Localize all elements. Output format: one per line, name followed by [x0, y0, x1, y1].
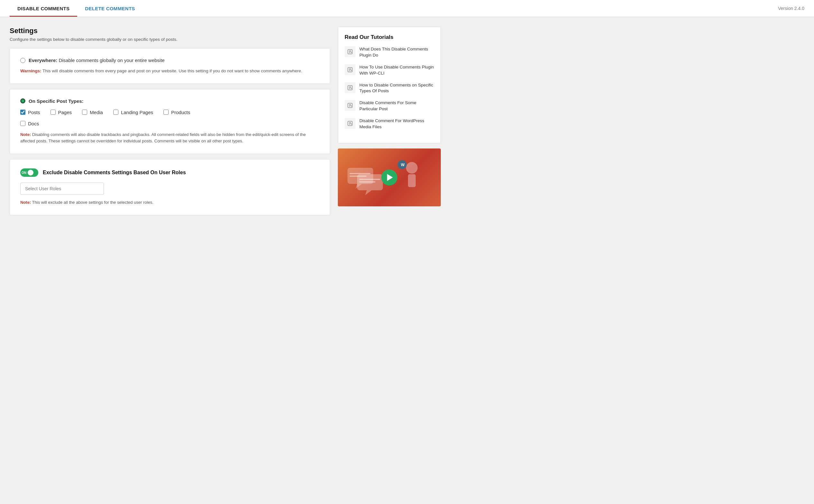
toggle-header: ON Exclude Disable Comments Settings Bas…: [20, 168, 320, 177]
tutorial-item-2[interactable]: How To Use Disable Comments Plugin With …: [345, 64, 434, 77]
post-type-docs: Docs: [20, 121, 39, 126]
everywhere-option-row: Everywhere: Disable comments globally on…: [20, 58, 320, 63]
everywhere-radio[interactable]: [20, 58, 25, 63]
note-label: Note:: [20, 132, 31, 137]
label-media[interactable]: Media: [90, 110, 103, 115]
tutorial-link-4: Disable Comments For Some Particular Pos…: [359, 100, 434, 112]
exclude-user-roles-card: ON Exclude Disable Comments Settings Bas…: [10, 159, 330, 215]
checkbox-pages[interactable]: [50, 110, 56, 115]
checkbox-posts[interactable]: [20, 110, 25, 115]
specific-option-row: On Specific Post Types:: [20, 98, 320, 104]
specific-post-types-card: On Specific Post Types: Posts Pages: [10, 89, 330, 154]
tutorial-icon-1: [345, 46, 356, 57]
post-types-row: Posts Pages Media Landing Pages: [20, 110, 320, 115]
right-sidebar: Read Our Tutorials What Does This Disabl…: [338, 27, 441, 221]
tab-disable-comments[interactable]: DISABLE COMMENTS: [10, 0, 77, 17]
specific-radio[interactable]: [20, 98, 25, 103]
svg-rect-25: [408, 174, 416, 187]
tutorial-icon-2: [345, 64, 356, 75]
post-type-media: Media: [82, 110, 103, 115]
note-text: Disabling comments will also disable tra…: [20, 132, 306, 144]
post-type-pages: Pages: [50, 110, 72, 115]
exclude-note-text: This will exclude all the above settings…: [32, 200, 153, 205]
post-type-landing-pages: Landing Pages: [113, 110, 153, 115]
tutorial-item-3[interactable]: How to Disable Comments on Specific Type…: [345, 82, 434, 95]
video-play-button[interactable]: [381, 169, 397, 185]
tutorial-link-1: What Does This Disable Comments Plugin D…: [359, 46, 434, 59]
exclude-title: Exclude Disable Comments Settings Based …: [43, 170, 186, 175]
label-pages[interactable]: Pages: [58, 110, 72, 115]
select-user-roles-input[interactable]: [20, 183, 104, 195]
left-panel: Settings Configure the settings below to…: [10, 27, 330, 221]
checkbox-media[interactable]: [82, 110, 87, 115]
label-landing-pages[interactable]: Landing Pages: [121, 110, 153, 115]
nav-tabs: DISABLE COMMENTS DELETE COMMENTS: [10, 0, 143, 17]
post-type-posts: Posts: [20, 110, 40, 115]
specific-note: Note: Disabling comments will also disab…: [20, 131, 320, 145]
page-wrapper: DISABLE COMMENTS DELETE COMMENTS Version…: [0, 0, 814, 504]
exclude-note-label: Note:: [20, 200, 31, 205]
post-type-products: Products: [163, 110, 190, 115]
svg-point-24: [406, 162, 418, 174]
tutorial-icon-5: [345, 118, 356, 129]
toggle-knob: [28, 170, 33, 175]
label-docs[interactable]: Docs: [28, 121, 39, 126]
tutorial-item-1[interactable]: What Does This Disable Comments Plugin D…: [345, 46, 434, 59]
settings-subtitle: Configure the settings below to disable …: [10, 37, 330, 42]
label-posts[interactable]: Posts: [28, 110, 40, 115]
settings-title: Settings: [10, 27, 330, 35]
exclude-note: Note: This will exclude all the above se…: [20, 199, 320, 206]
tab-delete-comments[interactable]: DELETE COMMENTS: [77, 0, 142, 17]
warning-text: This will disable comments from every pa…: [42, 68, 302, 73]
docs-row: Docs: [20, 121, 320, 126]
tutorials-title: Read Our Tutorials: [345, 34, 434, 41]
main-content: Settings Configure the settings below to…: [0, 17, 450, 230]
tutorial-icon-4: [345, 100, 356, 111]
tutorials-card: Read Our Tutorials What Does This Disabl…: [338, 27, 441, 143]
version-text: Version 2.4.0: [778, 6, 804, 11]
specific-label[interactable]: On Specific Post Types:: [29, 98, 84, 104]
tutorial-item-5[interactable]: Disable Comment For WordPress Media File…: [345, 118, 434, 130]
everywhere-warning: Warnings: This will disable comments fro…: [20, 67, 320, 75]
everywhere-card: Everywhere: Disable comments globally on…: [10, 48, 330, 84]
tutorial-link-2: How To Use Disable Comments Plugin With …: [359, 64, 434, 77]
svg-text:W: W: [401, 163, 405, 167]
svg-marker-23: [365, 190, 372, 195]
checkbox-landing-pages[interactable]: [113, 110, 118, 115]
tutorial-link-3: How to Disable Comments on Specific Type…: [359, 82, 434, 95]
tutorial-icon-3: [345, 82, 356, 93]
top-nav: DISABLE COMMENTS DELETE COMMENTS Version…: [0, 0, 814, 17]
checkbox-products[interactable]: [163, 110, 168, 115]
everywhere-label[interactable]: Everywhere: Disable comments globally on…: [29, 58, 165, 63]
checkbox-docs[interactable]: [20, 121, 25, 126]
toggle-switch[interactable]: ON: [20, 168, 38, 177]
label-products[interactable]: Products: [171, 110, 190, 115]
tutorial-item-4[interactable]: Disable Comments For Some Particular Pos…: [345, 100, 434, 112]
warning-label: Warnings:: [20, 68, 41, 73]
tutorial-link-5: Disable Comment For WordPress Media File…: [359, 118, 434, 130]
toggle-on-label: ON: [22, 171, 26, 175]
video-thumbnail[interactable]: W: [338, 149, 441, 206]
